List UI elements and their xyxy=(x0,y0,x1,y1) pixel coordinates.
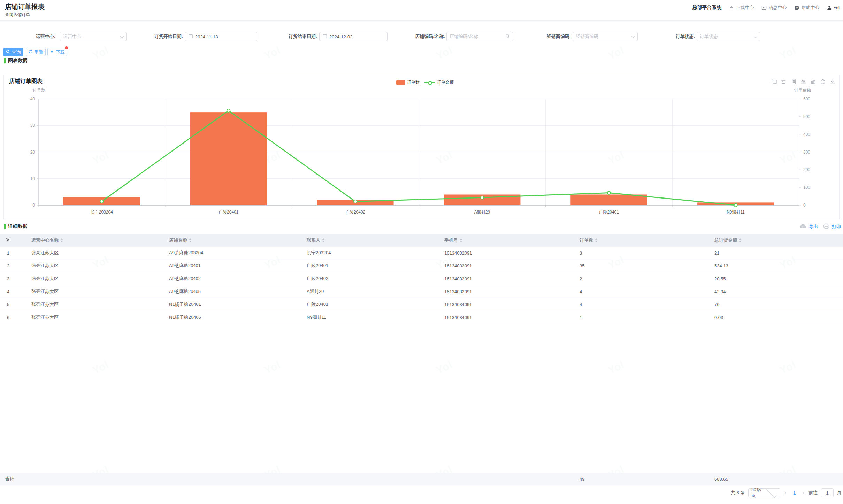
table-row[interactable]: 1张亮江苏大区A9芝麻糖203204长宁20320416134032091321 xyxy=(0,247,843,259)
section-marker xyxy=(4,58,6,63)
legend-order-count[interactable]: 订单数 xyxy=(396,79,420,85)
page-size-select[interactable]: 50条/页 xyxy=(748,488,780,497)
line-chart-icon[interactable] xyxy=(800,79,806,85)
search-icon xyxy=(6,49,10,55)
svg-text:600: 600 xyxy=(803,96,810,101)
order-status-select[interactable]: 订单状态 xyxy=(697,32,760,41)
column-header[interactable]: 总订货金额 xyxy=(709,234,843,247)
zoom-select-icon[interactable] xyxy=(771,79,777,85)
download-button[interactable]: 下载 xyxy=(47,48,67,56)
cell: 16134032091 xyxy=(439,259,574,272)
nav-download-center[interactable]: 下载中心 xyxy=(729,5,754,11)
legend-order-amount[interactable]: 订单金额 xyxy=(424,79,454,85)
restore-icon[interactable] xyxy=(820,79,826,85)
column-header[interactable]: 订单数 xyxy=(574,234,709,247)
search-icon xyxy=(505,34,510,40)
system-name: 总部平台系统 xyxy=(692,5,721,11)
end-date-input[interactable]: 2024-12-02 xyxy=(319,32,388,41)
chevron-down-icon xyxy=(120,34,124,38)
start-date-input[interactable]: 2024-11-18 xyxy=(185,32,257,41)
gear-icon[interactable] xyxy=(5,238,10,243)
cell: A9芝麻糖20402 xyxy=(164,272,301,285)
svg-text:500: 500 xyxy=(803,114,810,119)
svg-text:N9洄封11: N9洄封11 xyxy=(727,210,745,215)
next-page-button[interactable]: › xyxy=(802,490,805,496)
save-image-icon[interactable] xyxy=(830,79,836,85)
sort-caret-icon[interactable] xyxy=(189,238,192,242)
watermark-text: Yol xyxy=(606,359,626,377)
prev-page-button[interactable]: ‹ xyxy=(784,490,787,496)
svg-text:300: 300 xyxy=(803,150,810,155)
svg-text:长宁203204: 长宁203204 xyxy=(91,210,113,215)
nav-user[interactable]: Yol xyxy=(827,5,840,10)
message-icon xyxy=(761,6,767,10)
cell: N1橘子糖20401 xyxy=(164,298,301,311)
search-button[interactable]: 查询 xyxy=(3,48,23,56)
operation-center-label: 运营中心: xyxy=(10,32,55,41)
table-row[interactable]: 4张亮江苏大区A9芝麻糖20405A洄封2916134032091442.94 xyxy=(0,285,843,298)
svg-text:订单金额: 订单金额 xyxy=(794,87,811,92)
watermark-text: Yol xyxy=(262,44,282,62)
svg-text:200: 200 xyxy=(803,167,810,172)
svg-text:广陵20401: 广陵20401 xyxy=(599,210,619,215)
order-chart[interactable]: 0102030400100200300400500600订单数订单金额长宁203… xyxy=(4,75,839,219)
svg-text:A洄封29: A洄封29 xyxy=(474,210,490,215)
bar-chart-icon[interactable] xyxy=(810,79,816,85)
zoom-reset-icon[interactable] xyxy=(781,79,787,85)
nav-message-center[interactable]: 消息中心 xyxy=(761,5,787,11)
data-view-icon[interactable] xyxy=(791,79,797,85)
nav-help-center[interactable]: ? 帮助中心 xyxy=(794,5,819,11)
sort-caret-icon[interactable] xyxy=(595,238,598,242)
table-row[interactable]: 5张亮江苏大区N1橘子糖20401广陵2040116134034091470 xyxy=(0,298,843,311)
current-page[interactable]: 1 xyxy=(791,490,798,496)
sort-caret-icon[interactable] xyxy=(60,238,63,242)
cell: 16134032091 xyxy=(439,247,574,259)
refresh-icon xyxy=(28,49,32,55)
row-index: 5 xyxy=(0,298,26,311)
download-icon xyxy=(729,5,734,10)
print-button[interactable]: 打印 xyxy=(832,224,841,230)
order-chart-card: 店铺订单图表 订单数 订单金额 010203040010020030040050… xyxy=(3,75,840,219)
svg-text:广陵20401: 广陵20401 xyxy=(219,210,239,215)
column-header[interactable]: 手机号 xyxy=(439,234,574,247)
user-icon xyxy=(827,5,832,10)
table-row[interactable]: 2张亮江苏大区A9芝麻糖20401广陵204011613403209135534… xyxy=(0,259,843,272)
watermark-text: Yol xyxy=(91,359,110,377)
svg-text:订单数: 订单数 xyxy=(33,87,45,92)
column-header[interactable]: 联系人 xyxy=(301,234,439,247)
svg-text:30: 30 xyxy=(30,123,35,128)
sort-caret-icon[interactable] xyxy=(460,238,462,242)
table-row[interactable]: 6张亮江苏大区N1橘子糖20406N9洄封111613403409110.03 xyxy=(0,311,843,324)
cell: 16134032091 xyxy=(439,285,574,298)
cell: 张亮江苏大区 xyxy=(26,311,164,324)
line-legend-swatch xyxy=(424,80,435,85)
header-divider xyxy=(0,20,843,22)
watermark-text: Yol xyxy=(778,44,798,62)
notification-dot xyxy=(65,46,68,49)
sort-caret-icon[interactable] xyxy=(322,238,325,242)
shop-code-input[interactable]: 店铺编码/名称 xyxy=(446,32,513,41)
cell: 广陵20401 xyxy=(301,259,439,272)
cell: 0.03 xyxy=(709,311,843,324)
cell: 张亮江苏大区 xyxy=(26,298,164,311)
cell: 35 xyxy=(574,259,709,272)
cell: 长宁203204 xyxy=(301,247,439,259)
shop-code-label: 店铺编码/名称: xyxy=(397,32,445,41)
dealer-code-select[interactable]: 经销商编码 xyxy=(573,32,638,41)
cell: A9芝麻糖20401 xyxy=(164,259,301,272)
end-date-label: 订货结束日期: xyxy=(270,32,317,41)
calendar-icon xyxy=(322,34,327,40)
goto-page-input[interactable] xyxy=(821,488,834,497)
table-row[interactable]: 3张亮江苏大区A9芝麻糖20402广陵2040216134032091220.5… xyxy=(0,272,843,285)
chevron-down-icon xyxy=(766,487,776,498)
column-header[interactable]: 运营中心名称 xyxy=(26,234,164,247)
export-button[interactable]: 导出 xyxy=(809,224,818,230)
row-index: 1 xyxy=(0,247,26,259)
cell: 42.94 xyxy=(709,285,843,298)
svg-text:40: 40 xyxy=(30,96,35,101)
column-header[interactable]: 店铺名称 xyxy=(164,234,301,247)
sort-caret-icon[interactable] xyxy=(739,238,742,242)
reset-button[interactable]: 重置 xyxy=(26,48,46,56)
operation-center-select[interactable]: 运营中心 xyxy=(60,32,127,41)
svg-text:10: 10 xyxy=(30,176,35,181)
